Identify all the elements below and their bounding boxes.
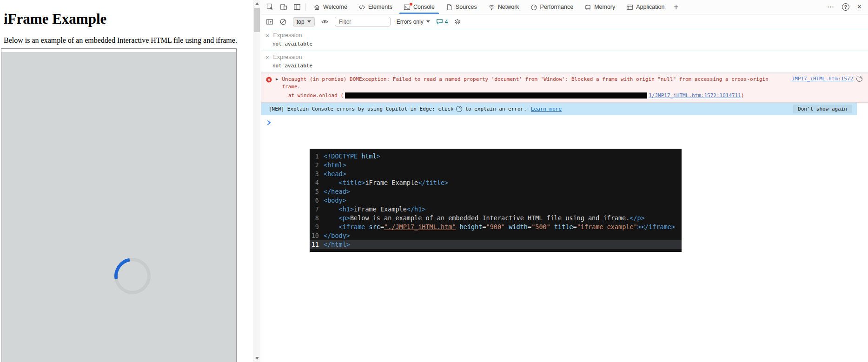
memory-icon	[584, 4, 591, 11]
console-toolbar: top Errors only 4	[261, 14, 868, 29]
code-line: 11</html>	[310, 240, 682, 249]
code-line-text: <!DOCTYPE html>	[324, 152, 380, 161]
error-source: JMP17_iHTML.htm:1572	[782, 76, 862, 82]
chevron-down-icon	[307, 20, 311, 23]
code-line-number: 11	[310, 240, 324, 249]
code-line: 2<html>	[310, 161, 682, 170]
tab-sources[interactable]: Sources	[440, 0, 483, 14]
error-source-link[interactable]: JMP17_iHTML.htm:1572	[792, 76, 853, 82]
tab-label: Sources	[456, 4, 477, 10]
code-line-text: </body>	[324, 231, 350, 240]
clear-console-icon[interactable]	[279, 18, 287, 26]
scroll-up-icon[interactable]	[255, 2, 259, 5]
stack-close-paren: )	[741, 92, 744, 99]
code-line-number: 2	[310, 161, 324, 170]
error-stack-frame: at window.onload ( 1/JMP17_iHTML.htm:157…	[288, 92, 862, 99]
page-scrollbar[interactable]	[253, 0, 261, 362]
code-line-text: <body>	[324, 196, 346, 205]
tab-welcome[interactable]: Welcome	[308, 0, 353, 14]
help-icon[interactable]: ?	[842, 3, 849, 11]
code-line-number: 3	[310, 170, 324, 178]
dismiss-banner-button[interactable]: Don't show again	[793, 105, 852, 113]
devtools-panel: Welcome Elements Console Sources	[261, 0, 868, 362]
code-line-number: 10	[310, 231, 324, 240]
code-line: 3<head>	[310, 170, 682, 178]
page-title: iFrame Example	[4, 11, 261, 27]
chevron-down-icon	[426, 20, 430, 23]
expression-header: × Expression	[261, 32, 868, 39]
code-line-number: 5	[310, 187, 324, 196]
network-icon	[488, 4, 495, 11]
close-icon[interactable]: ×	[857, 3, 861, 11]
console-sidebar-icon[interactable]	[266, 18, 273, 26]
stack-source-link[interactable]: 1/JMP17_iHTML.htm:1572:1014711	[649, 92, 741, 99]
layout-panel-icon[interactable]	[290, 0, 304, 14]
learn-more-link[interactable]: Learn more	[531, 105, 562, 113]
expand-caret-icon[interactable]: ▶	[276, 77, 278, 81]
log-level-filter[interactable]: Errors only	[397, 19, 430, 25]
hidden-messages-indicator[interactable]: 4	[436, 18, 448, 25]
console-prompt[interactable]	[261, 115, 868, 125]
code-line: 8 <p>Below is an example of an embedded …	[310, 214, 682, 223]
remove-expression-icon[interactable]: ×	[265, 33, 269, 39]
tab-label: Memory	[594, 4, 615, 10]
code-line: 7 <h1>iFrame Example</h1>	[310, 205, 682, 214]
browser-page: iFrame Example Below is an example of an…	[0, 0, 261, 362]
console-error-message: ▶ Uncaught (in promise) DOMException: Fa…	[261, 73, 868, 103]
expression-value: not available	[261, 39, 868, 47]
code-line-number: 7	[310, 205, 324, 214]
tab-label: Performance	[540, 4, 574, 10]
expression-header: × Expression	[261, 54, 868, 60]
scroll-down-icon[interactable]	[255, 357, 259, 360]
code-line-text: <h1>iFrame Example</h1>	[324, 205, 425, 214]
tab-label: Console	[413, 4, 435, 10]
live-expression: × Expression not available	[261, 29, 868, 51]
code-line-number: 1	[310, 152, 324, 161]
inspect-icon[interactable]	[263, 0, 277, 14]
code-line-text: <html>	[324, 161, 346, 170]
add-tab-button[interactable]: +	[670, 0, 682, 14]
tab-performance[interactable]: Performance	[525, 0, 579, 14]
more-options-icon[interactable]: ⋯	[827, 3, 834, 11]
embedded-iframe	[1, 48, 237, 362]
code-line-number: 6	[310, 196, 324, 205]
code-line-number: 9	[310, 223, 324, 231]
settings-gear-icon[interactable]	[454, 18, 461, 26]
loading-spinner	[107, 251, 158, 302]
filter-input[interactable]	[335, 17, 391, 26]
remove-expression-icon[interactable]: ×	[265, 54, 269, 60]
error-circle-icon	[266, 77, 272, 83]
code-line: 4 <title>iFrame Example</title>	[310, 178, 682, 187]
redacted-source	[345, 92, 647, 99]
live-expression: × Expression not available	[261, 51, 868, 73]
tab-application[interactable]: Application	[621, 0, 670, 14]
tab-label: Elements	[368, 4, 392, 10]
performance-icon	[530, 4, 537, 11]
device-toolbar-icon[interactable]	[277, 0, 290, 14]
iframe-content	[1, 52, 236, 362]
banner-copilot-icon[interactable]	[456, 106, 462, 112]
code-line: 1<!DOCTYPE html>	[310, 152, 682, 161]
tab-elements[interactable]: Elements	[353, 0, 398, 14]
copilot-icon[interactable]	[856, 76, 862, 82]
context-selector[interactable]: top	[293, 17, 315, 26]
eye-icon[interactable]	[321, 18, 329, 26]
code-lines: 1<!DOCTYPE html>2<html>3<head>4 <title>i…	[310, 152, 682, 249]
tab-console[interactable]: Console	[398, 0, 440, 14]
prompt-chevron-icon	[267, 120, 271, 125]
elements-icon	[358, 4, 365, 11]
messages-icon	[436, 18, 443, 25]
code-line-text: </head>	[324, 187, 350, 196]
tab-network[interactable]: Network	[483, 0, 525, 14]
sources-icon	[446, 4, 453, 11]
tabbar-right-controls: ⋯ ? ×	[827, 0, 868, 14]
expression-label: Expression	[273, 54, 302, 60]
console-error-badge	[409, 2, 413, 6]
code-line: 6<body>	[310, 196, 682, 205]
tab-label: Network	[498, 4, 519, 10]
tab-memory[interactable]: Memory	[579, 0, 621, 14]
scrollbar-thumb[interactable]	[254, 8, 260, 32]
message-count: 4	[445, 19, 448, 25]
code-line-text: <iframe src="./JMP17_iHTML.htm" height="…	[324, 223, 675, 231]
expression-value: not available	[261, 60, 868, 69]
